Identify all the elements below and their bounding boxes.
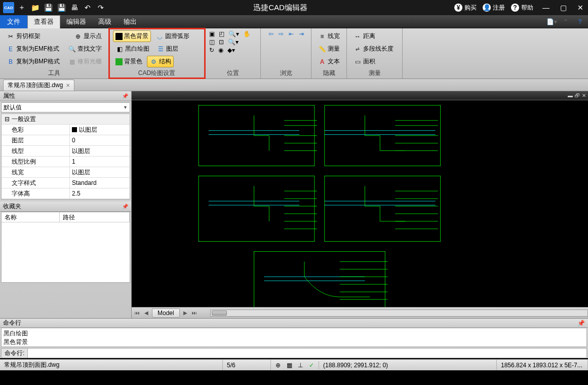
ribbon-group-position: ▣ ◰ 🔍▾ ✋ ◫ ⊡ 🔍▾ ↻ ◉ ◆▾ 位置 — [205, 28, 261, 79]
command-header: 命令行 — [3, 319, 21, 327]
polar-icon[interactable]: ✓ — [307, 361, 316, 369]
ortho-icon[interactable]: ⊥ — [296, 361, 304, 369]
status-coords: (188.8909; 2991.912; 0) — [319, 360, 497, 370]
window-min-icon[interactable]: ▬ — [568, 93, 573, 98]
drawing-canvas[interactable] — [132, 100, 588, 307]
show-point-button[interactable]: ⊕显示点 — [71, 30, 104, 42]
help-link[interactable]: ?帮助 — [511, 4, 533, 12]
zoom-window-icon[interactable]: ◰ — [219, 30, 224, 37]
prop-row[interactable]: 字体高2.5 — [2, 188, 130, 199]
tab-last-icon[interactable]: ⏭ — [191, 310, 198, 316]
black-bg-button[interactable]: 黑色背景 — [113, 30, 151, 42]
copy-emf-button[interactable]: E复制为EMF格式 — [4, 43, 62, 55]
prop-row[interactable]: 文字样式Standard — [2, 178, 130, 188]
model-tab[interactable]: Model — [152, 309, 180, 318]
command-panel: 命令行📌 黑白绘图 黑色背景 命令行: — [0, 318, 588, 358]
structure-button[interactable]: ⚙结构 — [147, 56, 174, 67]
copy-bmp-button[interactable]: B复制为BMP格式 — [4, 56, 62, 67]
minimize-button[interactable]: — — [541, 3, 551, 12]
prop-row[interactable]: 图层0 — [2, 135, 130, 146]
favorites-grid[interactable]: 名称 路径 — [1, 212, 130, 283]
tab-file[interactable]: 文件 — [0, 15, 27, 28]
command-input[interactable] — [28, 349, 586, 358]
lineweight-button[interactable]: ≡线宽 — [316, 30, 342, 42]
pin-icon[interactable]: 📌 — [122, 204, 128, 209]
svg-rect-3 — [325, 176, 441, 241]
tab-editor[interactable]: 编辑器 — [60, 15, 92, 28]
tab-prev-icon[interactable]: ◀ — [143, 310, 150, 316]
window-restore-icon[interactable]: 🗗 — [575, 93, 580, 98]
prop-row[interactable]: 线型以图层 — [2, 146, 130, 157]
zoom-fit-icon[interactable]: ▣ — [209, 30, 215, 37]
ribbon: ✂剪切框架 ⊕显示点 E复制为EMF格式 🔍查找文字 B复制为BMP格式 ▦修剪… — [0, 28, 588, 79]
pin-icon[interactable]: 📌 — [122, 93, 128, 99]
ribbon-collapse-icon[interactable]: ⌃ — [560, 16, 572, 28]
polyline-length-button[interactable]: ⩫多段线长度 — [351, 43, 398, 55]
new-icon[interactable]: ＋ — [16, 2, 27, 13]
prev-icon[interactable]: ⇦ — [268, 30, 273, 37]
layers-icon: ☰ — [156, 45, 165, 53]
black-square-icon — [115, 33, 123, 40]
redo-icon[interactable]: ↷ — [95, 2, 106, 13]
pan-icon[interactable]: ✋ — [243, 30, 251, 37]
area-button[interactable]: ▭面积 — [351, 56, 398, 67]
properties-header: 属性📌 — [0, 91, 131, 101]
prop-row[interactable]: 线宽以图层 — [2, 167, 130, 178]
tab-next-icon[interactable]: ▶ — [182, 310, 189, 316]
emf-icon: E — [7, 45, 15, 53]
open-icon[interactable]: 📁 — [29, 2, 41, 13]
undo-icon[interactable]: ↶ — [82, 2, 93, 13]
prop-row[interactable]: 色彩以图层 — [2, 125, 130, 135]
document-tab[interactable]: 常规吊顶剖面图.dwg ✕ — [3, 80, 74, 91]
tab-viewer[interactable]: 查看器 — [27, 15, 60, 28]
save-all-icon[interactable]: 💾 — [56, 2, 67, 13]
cut-frame-button[interactable]: ✂剪切框架 — [4, 30, 43, 42]
ribbon-group-label: 工具 — [4, 68, 104, 78]
prop-row[interactable]: 线型比例1 — [2, 157, 130, 167]
view-dropdown-icon[interactable]: ◆▾ — [227, 47, 235, 54]
ribbon-menu-icon[interactable]: 📄▾ — [545, 16, 558, 28]
text-toggle-button[interactable]: A文本 — [316, 56, 342, 67]
window-close-icon[interactable]: ✕ — [582, 93, 586, 98]
tab-first-icon[interactable]: ⏮ — [134, 310, 141, 316]
ribbon-help-icon[interactable]: ? — [574, 16, 586, 28]
last-icon[interactable]: ⇥ — [299, 30, 304, 37]
next-icon[interactable]: ⇨ — [279, 30, 284, 37]
extents-icon[interactable]: ⊡ — [219, 38, 224, 46]
pin-icon[interactable]: 📌 — [577, 320, 585, 327]
first-icon[interactable]: ⇤ — [289, 30, 294, 37]
smooth-arc-button[interactable]: ◡圆滑弧形 — [153, 30, 192, 42]
find-text-button[interactable]: 🔍查找文字 — [65, 43, 104, 55]
tab-advanced[interactable]: 高级 — [92, 15, 117, 28]
default-dropdown[interactable]: 默认值▼ — [1, 102, 130, 112]
favorites-header: 收藏夹📌 — [0, 202, 131, 212]
chevron-down-icon: ▼ — [123, 105, 128, 110]
horizontal-scrollbar[interactable] — [210, 310, 588, 317]
zoom-out-icon[interactable]: 🔍▾ — [228, 38, 239, 46]
area-icon: ▭ — [354, 58, 362, 66]
col-name[interactable]: 名称 — [2, 212, 60, 222]
status-filename: 常规吊顶剖面图.dwg — [0, 360, 223, 370]
fit-icon[interactable]: ◫ — [209, 38, 215, 46]
buy-link[interactable]: ¥购买 — [454, 4, 477, 12]
bw-draw-button[interactable]: ◧黑白绘图 — [113, 43, 152, 55]
search-icon: 🔍 — [68, 45, 76, 53]
distance-button[interactable]: ↔距离 — [351, 30, 398, 42]
print-icon[interactable]: 🖶 — [69, 2, 80, 13]
grid-icon[interactable]: ▦ — [285, 361, 293, 369]
layers-button[interactable]: ☰图层 — [154, 43, 181, 55]
measure-toggle-button[interactable]: 📏测量 — [316, 43, 342, 55]
close-tab-icon[interactable]: ✕ — [66, 83, 70, 88]
view-icon[interactable]: ◉ — [218, 47, 223, 54]
col-path[interactable]: 路径 — [60, 212, 130, 222]
save-icon[interactable]: 💾 — [43, 2, 54, 13]
maximize-button[interactable]: ▢ — [559, 3, 568, 12]
orbit-icon[interactable]: ↻ — [209, 47, 214, 54]
register-link[interactable]: 👤注册 — [483, 4, 505, 12]
zoom-in-icon[interactable]: 🔍▾ — [228, 30, 239, 37]
scissors-icon: ✂ — [7, 32, 15, 41]
close-button[interactable]: ✕ — [576, 3, 585, 12]
bg-color-button[interactable]: 背景色 — [113, 56, 145, 67]
tab-output[interactable]: 输出 — [117, 15, 143, 28]
snap-icon[interactable]: ⊕ — [274, 361, 282, 369]
